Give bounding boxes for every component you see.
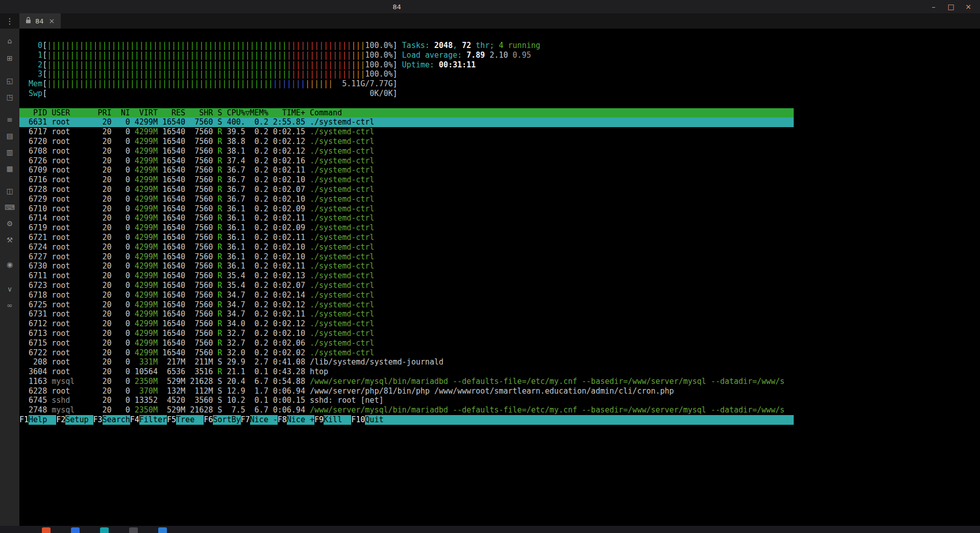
shr-cell: 7560	[185, 156, 213, 165]
fkey-label-F3[interactable]: Search	[103, 415, 130, 425]
fkey-label-F2[interactable]: Setup	[65, 415, 93, 425]
process-row[interactable]: 6717 root 20 0 4299M 16540 7560 R 39.5 0…	[19, 127, 794, 137]
state-cell: S	[213, 405, 222, 415]
process-row[interactable]: 6712 root 20 0 4299M 16540 7560 R 34.0 0…	[19, 319, 794, 329]
taskbar-app-5[interactable]	[158, 527, 167, 533]
meter-value: 100.0%	[365, 51, 393, 60]
process-row[interactable]: 6711 root 20 0 4299M 16540 7560 R 35.4 0…	[19, 271, 794, 281]
process-row[interactable]: 6708 root 20 0 4299M 16540 7560 R 38.1 0…	[19, 147, 794, 156]
select-area-icon[interactable]: ◱	[4, 75, 16, 87]
process-row[interactable]: 6721 root 20 0 4299M 16540 7560 R 36.1 0…	[19, 233, 794, 243]
process-row[interactable]: 6718 root 20 0 4299M 16540 7560 R 34.7 0…	[19, 290, 794, 300]
fkey-label-F5[interactable]: Tree	[176, 415, 204, 425]
close-button[interactable]: ×	[961, 1, 976, 12]
fkey-F7[interactable]: F7	[241, 415, 250, 425]
process-row[interactable]: 6709 root 20 0 4299M 16540 7560 R 36.7 0…	[19, 165, 794, 175]
process-row[interactable]: 3604 root 20 0 10564 6536 3516 R 21.1 0.…	[19, 367, 794, 377]
new-session-icon[interactable]: ⊞	[4, 52, 16, 64]
terminal-pane[interactable]: 0[||||||||||||||||||||||||||||||||||||||…	[19, 29, 980, 526]
meter-3: 3[||||||||||||||||||||||||||||||||||||||…	[19, 69, 794, 79]
process-row[interactable]: 6716 root 20 0 4299M 16540 7560 R 36.7 0…	[19, 175, 794, 185]
taskbar-app-1[interactable]	[42, 527, 51, 533]
fkey-label-F10[interactable]: Quit	[365, 415, 393, 425]
maximize-button[interactable]: □	[943, 1, 959, 12]
process-row[interactable]: 6727 root 20 0 4299M 16540 7560 R 36.1 0…	[19, 252, 794, 262]
taskbar-app-3[interactable]	[100, 527, 109, 533]
process-row[interactable]: 6724 root 20 0 4299M 16540 7560 R 36.1 0…	[19, 243, 794, 252]
cpu-cell: 36.1	[222, 243, 245, 252]
chevron-down-icon[interactable]: ∨	[4, 283, 16, 295]
meter-bracket: ]	[393, 51, 398, 60]
process-row[interactable]: 6726 root 20 0 4299M 16540 7560 R 37.4 0…	[19, 156, 794, 166]
process-row[interactable]: 6719 root 20 0 4299M 16540 7560 R 36.1 0…	[19, 223, 794, 233]
tab-84[interactable]: 84 ×	[19, 13, 61, 29]
tab-bar: ⋮ 84 ×	[0, 13, 980, 29]
time-cell: 0:02.06	[268, 338, 305, 348]
tab-close-icon[interactable]: ×	[49, 17, 55, 25]
fkey-F9[interactable]: F9	[314, 415, 324, 425]
mem-cell: 0.2	[246, 147, 268, 156]
res-cell: 16540	[158, 338, 185, 348]
process-row[interactable]: 6725 root 20 0 4299M 16540 7560 R 34.7 0…	[19, 300, 794, 310]
process-row[interactable]: 6714 root 20 0 4299M 16540 7560 R 36.1 0…	[19, 213, 794, 223]
fkey-label-F8[interactable]: Nice +	[287, 415, 314, 425]
process-row[interactable]: 6722 root 20 0 4299M 16540 7560 R 32.0 0…	[19, 348, 794, 358]
ni-cell: 0	[112, 367, 130, 376]
info-segment: Uptime:	[402, 60, 439, 69]
state-cell: R	[213, 338, 222, 348]
process-row[interactable]: 6631 root 20 0 4299M 16540 7560 S 400. 0…	[19, 117, 794, 127]
process-row[interactable]: 2748 mysql 20 0 2350M 529M 21628 S 7.5 6…	[19, 405, 794, 415]
command-cell: ./systemd-ctrl	[305, 185, 374, 194]
layout-columns-icon[interactable]: ▥	[4, 146, 16, 158]
keyboard-icon[interactable]: ⌨	[4, 201, 16, 213]
fkey-F5[interactable]: F5	[167, 415, 176, 425]
tools-wrench-icon[interactable]: ⚒	[4, 234, 16, 246]
pri-cell: 20	[98, 319, 112, 328]
fkey-F1[interactable]: F1	[19, 415, 29, 425]
table-header[interactable]: PID USER PRI NI VIRT RES SHR S CPU%▽MEM%…	[19, 108, 794, 118]
menu-dots-icon[interactable]: ⋮	[0, 13, 19, 29]
process-row[interactable]: 6731 root 20 0 4299M 16540 7560 R 34.7 0…	[19, 309, 794, 319]
process-row[interactable]: 6729 root 20 0 4299M 16540 7560 R 36.7 0…	[19, 195, 794, 204]
home-icon[interactable]: ⌂	[4, 35, 16, 47]
state-cell: R	[213, 223, 222, 232]
fkey-F8[interactable]: F8	[278, 415, 287, 425]
link-icon[interactable]: ∞	[4, 299, 16, 311]
fkey-F6[interactable]: F6	[204, 415, 213, 425]
fkey-label-F4[interactable]: Filter	[139, 415, 167, 425]
process-row[interactable]: 1163 mysql 20 0 2350M 529M 21628 S 20.4 …	[19, 377, 794, 386]
session-list-icon[interactable]: ≡	[4, 113, 16, 126]
res-cell: 16540	[158, 147, 185, 156]
command-cell: ./systemd-ctrl	[305, 290, 374, 300]
fkey-label-F9[interactable]: Kill	[324, 415, 351, 425]
process-row[interactable]: 208 root 20 0 331M 217M 211M S 29.9 2.7 …	[19, 357, 794, 367]
fkey-label-F7[interactable]: Nice -	[250, 415, 278, 425]
fkey-F2[interactable]: F2	[56, 415, 65, 425]
layout-grid-icon[interactable]: ▤	[4, 130, 16, 142]
process-row[interactable]: 6728 root 20 0 4299M 16540 7560 R 36.7 0…	[19, 185, 794, 195]
process-row[interactable]: 6723 root 20 0 4299M 16540 7560 R 35.4 0…	[19, 281, 794, 290]
fkey-label-F1[interactable]: Help	[29, 415, 56, 425]
process-row[interactable]: 6228 root 20 0 370M 132M 112M S 12.9 1.7…	[19, 386, 794, 396]
process-row[interactable]: 6713 root 20 0 4299M 16540 7560 R 32.7 0…	[19, 329, 794, 338]
screenshot-camera-icon[interactable]: ◉	[4, 258, 16, 271]
minimize-button[interactable]: –	[926, 1, 941, 12]
settings-gear-icon[interactable]: ⚙	[4, 217, 16, 230]
fkey-F10[interactable]: F10	[351, 415, 365, 425]
meter-bracket: [	[42, 60, 47, 69]
taskbar-app-4[interactable]	[129, 527, 138, 533]
taskbar-app-2[interactable]	[71, 527, 80, 533]
fkey-F4[interactable]: F4	[130, 415, 139, 425]
process-row[interactable]: 6715 root 20 0 4299M 16540 7560 R 32.7 0…	[19, 338, 794, 348]
layout-rows-icon[interactable]: ▦	[4, 162, 16, 175]
fkey-label-F6[interactable]: SortBy	[213, 415, 240, 425]
split-view-icon[interactable]: ◫	[4, 185, 16, 197]
process-row[interactable]: 6745 sshd 20 0 13352 4520 3560 S 10.2 0.…	[19, 396, 794, 405]
fit-window-icon[interactable]: ◳	[4, 91, 16, 103]
process-row[interactable]: 6720 root 20 0 4299M 16540 7560 R 38.8 0…	[19, 137, 794, 147]
pri-cell: 20	[98, 117, 112, 127]
process-row[interactable]: 6710 root 20 0 4299M 16540 7560 R 36.1 0…	[19, 204, 794, 214]
fkey-F3[interactable]: F3	[93, 415, 103, 425]
process-row[interactable]: 6730 root 20 0 4299M 16540 7560 R 36.1 0…	[19, 261, 794, 271]
ni-cell: 0	[112, 309, 130, 319]
